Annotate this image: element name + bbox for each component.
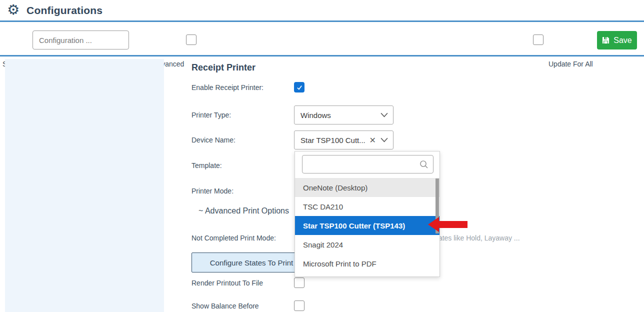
- configurations-page: ⚙ Configurations Search: Show Advanced U…: [0, 0, 644, 312]
- gear-icon: ⚙: [7, 3, 20, 17]
- dropdown-option-selected[interactable]: Star TSP100 Cutter (TSP143): [295, 216, 440, 235]
- search-icon: [419, 160, 429, 172]
- section-title: Receipt Printer: [192, 62, 256, 73]
- device-name-dropdown-panel: OneNote (Desktop) TSC DA210 Star TSP100 …: [294, 151, 440, 277]
- not-completed-print-mode-label: Not Completed Print Mode:: [192, 234, 276, 242]
- save-floppy-icon: [602, 36, 610, 44]
- save-button-label: Save: [614, 36, 632, 45]
- device-name-combobox[interactable]: Star TSP100 Cutt... ✕: [294, 130, 394, 150]
- show-advanced-checkbox[interactable]: [186, 34, 196, 45]
- enable-receipt-printer-checkbox[interactable]: [294, 82, 304, 92]
- render-printout-to-file-checkbox[interactable]: [294, 278, 304, 288]
- device-name-label: Device Name:: [192, 136, 236, 144]
- config-sidebar: [5, 59, 164, 312]
- template-label: Template:: [192, 162, 222, 170]
- dropdown-option[interactable]: OneNote (Desktop): [295, 178, 440, 197]
- printer-type-value: Windows: [300, 111, 380, 120]
- printer-type-label: Printer Type:: [192, 111, 231, 119]
- clear-selection-icon[interactable]: ✕: [370, 136, 376, 145]
- dropdown-option[interactable]: Snagit 2024: [295, 235, 440, 254]
- show-balance-before-checkbox[interactable]: [294, 300, 304, 311]
- chevron-down-icon: [380, 112, 388, 118]
- advanced-print-options-toggle[interactable]: ~ Advanced Print Options: [198, 206, 289, 216]
- page-header: ⚙ Configurations: [0, 0, 644, 22]
- show-balance-before-label: Show Balance Before: [192, 302, 259, 310]
- render-printout-to-file-label: Render Printout To File: [192, 279, 263, 287]
- red-arrow-body: [438, 221, 468, 228]
- search-input[interactable]: [32, 30, 129, 50]
- checkmark-icon: [296, 84, 303, 91]
- dropdown-search-input[interactable]: [302, 155, 434, 174]
- configure-states-to-print-button[interactable]: Configure States To Print: [192, 252, 312, 272]
- dropdown-option[interactable]: Microsoft Print to PDF: [295, 254, 440, 273]
- enable-receipt-printer-label: Enable Receipt Printer:: [192, 84, 264, 92]
- save-button[interactable]: Save: [597, 31, 637, 50]
- red-arrow-icon: [428, 217, 439, 232]
- dropdown-options-list: OneNote (Desktop) TSC DA210 Star TSP100 …: [295, 178, 440, 273]
- update-for-all-checkbox[interactable]: [533, 34, 544, 45]
- not-completed-hint-text: tates like Hold, Layaway ...: [436, 234, 520, 242]
- printer-type-select[interactable]: Windows: [294, 106, 394, 124]
- chevron-down-icon: [380, 138, 388, 142]
- page-body: Receipt Printer Enable Receipt Printer: …: [0, 58, 644, 312]
- dropdown-option[interactable]: TSC DA210: [295, 197, 440, 216]
- device-name-value: Star TSP100 Cutt...: [300, 136, 370, 144]
- page-title: Configurations: [26, 4, 102, 16]
- toolbar: Search: Show Advanced Update For All Sav…: [0, 24, 644, 56]
- printer-mode-label: Printer Mode:: [192, 187, 234, 195]
